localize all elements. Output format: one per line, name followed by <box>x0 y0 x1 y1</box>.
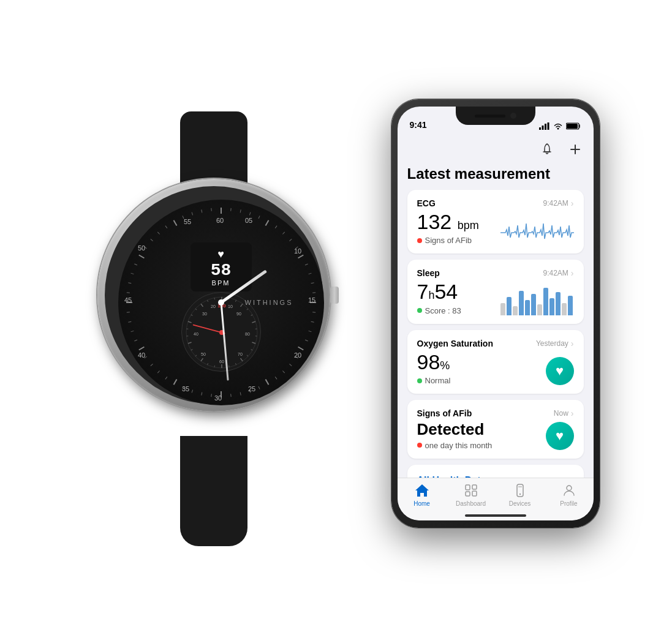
afib-status-text: one day this month <box>425 441 493 450</box>
ecg-title: ECG <box>417 198 436 208</box>
sleep-bar <box>507 297 512 315</box>
watch-inner-ring: 05 10 15 20 25 30 <box>105 186 323 404</box>
oxygen-card[interactable]: Oxygen Saturation Yesterday › 98% <box>407 330 584 394</box>
sleep-bar <box>519 291 524 315</box>
oxygen-card-left: 98% Normal <box>417 351 451 385</box>
home-indicator <box>465 514 526 517</box>
signal-icon <box>539 122 550 130</box>
ecg-status-text: Signs of AFib <box>425 236 472 245</box>
notification-button[interactable] <box>538 141 556 158</box>
minute-hand <box>220 302 228 381</box>
sleep-bar <box>537 304 542 315</box>
watch-dial: 05 10 15 20 25 30 <box>118 200 324 405</box>
ecg-chevron-icon: › <box>571 198 574 208</box>
sleep-title: Sleep <box>417 268 440 278</box>
oxygen-heart-icon: ♥ <box>546 357 574 385</box>
tab-profile[interactable]: Profile <box>548 483 591 507</box>
sleep-card[interactable]: Sleep 9:42AM › 7h54 <box>407 260 584 323</box>
afib-chevron-icon: › <box>571 408 574 418</box>
svg-rect-121 <box>567 124 578 129</box>
app-topbar <box>407 133 584 163</box>
bell-icon <box>540 143 554 156</box>
oxygen-icon-container: ♥ <box>546 357 574 385</box>
tab-devices[interactable]: Devices <box>499 483 542 507</box>
sleep-bar <box>525 300 530 315</box>
afib-card-left: Detected one day this month <box>417 421 493 450</box>
sleep-status-text: Score : 83 <box>425 306 461 315</box>
sleep-bar <box>543 288 548 315</box>
afib-card-header: Signs of AFib Now › <box>417 408 574 418</box>
status-time: 9:41 <box>410 120 427 130</box>
svg-rect-125 <box>472 491 477 496</box>
tab-home-label: Home <box>413 500 430 507</box>
add-button[interactable] <box>567 141 584 158</box>
afib-title: Signs of AFib <box>417 408 472 418</box>
sleep-status: Score : 83 <box>417 306 461 315</box>
watch-body: 05 10 15 20 25 30 <box>97 179 330 448</box>
battery-icon <box>566 122 581 130</box>
svg-rect-115 <box>539 127 541 130</box>
status-icons <box>539 122 581 130</box>
sleep-card-left: 7h54 Score : 83 <box>417 280 461 315</box>
svg-point-129 <box>567 486 572 490</box>
tab-dashboard[interactable]: Dashboard <box>450 483 493 507</box>
ecg-value: 132 bpm <box>417 211 479 233</box>
ecg-card-left: 132 bpm Signs of AFib <box>417 211 479 245</box>
afib-time: Now › <box>554 408 574 418</box>
ecg-card-header: ECG 9:42AM › <box>417 198 574 208</box>
oxygen-chevron-icon: › <box>571 339 574 348</box>
oxygen-value: 98% <box>417 351 451 374</box>
app-content: Latest measurement ECG 9:42AM › <box>398 133 594 478</box>
sleep-chevron-icon: › <box>571 268 574 278</box>
sleep-chart <box>500 285 574 315</box>
sleep-time: 9:42AM › <box>543 268 573 278</box>
tab-profile-label: Profile <box>560 500 577 507</box>
svg-rect-116 <box>542 126 543 130</box>
sleep-chart-container <box>500 285 574 315</box>
sleep-bar <box>500 303 505 315</box>
phone-wrapper: 9:41 <box>391 99 600 528</box>
phone-screen: 9:41 <box>398 107 594 520</box>
svg-rect-118 <box>547 122 549 130</box>
svg-rect-124 <box>472 485 477 489</box>
watch-band-bottom <box>180 436 247 546</box>
devices-tab-icon <box>513 483 527 498</box>
sleep-bar <box>549 298 554 315</box>
ecg-time: 9:42AM › <box>543 198 573 208</box>
oxygen-card-body: 98% Normal ♥ <box>417 351 574 385</box>
ecg-card-body: 132 bpm Signs of AFib <box>417 211 574 245</box>
oxygen-status-dot <box>417 378 422 383</box>
watch-container: 05 10 15 20 25 30 <box>73 130 355 497</box>
oxygen-status: Normal <box>417 376 451 385</box>
afib-status: one day this month <box>417 441 493 450</box>
afib-card-body: Detected one day this month ♥ <box>417 421 574 450</box>
svg-point-119 <box>557 128 559 130</box>
ecg-chart <box>500 214 574 245</box>
ecg-status: Signs of AFib <box>417 236 479 245</box>
notch-camera <box>510 113 516 119</box>
tab-home[interactable]: Home <box>401 483 444 507</box>
sleep-value: 7h54 <box>417 280 461 303</box>
all-health-link[interactable]: All Health Data › <box>407 465 584 478</box>
home-tab-icon <box>414 483 430 498</box>
oxygen-title: Oxygen Saturation <box>417 339 493 348</box>
notch-speaker <box>475 115 505 118</box>
sleep-bar <box>556 292 561 315</box>
sleep-card-body: 7h54 Score : 83 <box>417 280 574 315</box>
sleep-bar <box>531 294 536 315</box>
ecg-card[interactable]: ECG 9:42AM › 132 bpm <box>407 190 584 253</box>
afib-icon-container: ♥ <box>546 422 574 450</box>
topbar-actions <box>538 141 584 158</box>
oxygen-status-text: Normal <box>425 376 451 385</box>
hand-cap <box>218 299 224 306</box>
profile-tab-icon <box>562 483 576 498</box>
afib-heart-icon: ♥ <box>546 422 574 450</box>
phone-notch <box>456 107 535 125</box>
afib-card[interactable]: Signs of AFib Now › Detected <box>407 400 584 459</box>
oxygen-card-header: Oxygen Saturation Yesterday › <box>417 339 574 348</box>
brand-text: WITHINGS <box>245 299 293 306</box>
plus-icon <box>568 143 582 156</box>
scene: 05 10 15 20 25 30 <box>0 0 672 627</box>
sleep-status-dot <box>417 308 422 313</box>
page-title: Latest measurement <box>407 163 584 190</box>
